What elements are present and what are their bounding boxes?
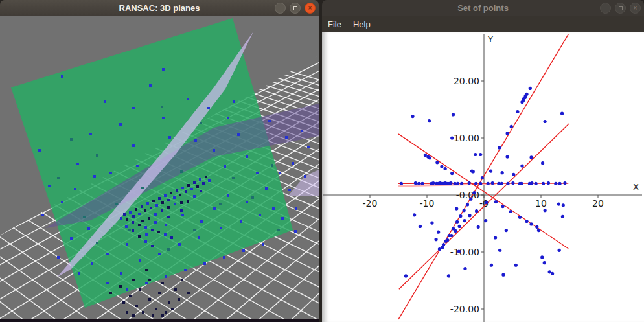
data-point <box>456 182 459 185</box>
data-point <box>194 139 197 142</box>
titlebar-right[interactable]: Set of points − × <box>322 0 644 16</box>
data-point <box>200 220 203 223</box>
data-point <box>157 231 160 233</box>
data-point <box>122 301 125 304</box>
data-point <box>132 215 135 218</box>
data-point <box>509 210 512 213</box>
data-point <box>246 201 248 203</box>
data-point <box>115 203 118 205</box>
data-point <box>180 170 183 173</box>
data-point <box>237 133 240 136</box>
data-point <box>477 225 480 229</box>
data-point <box>541 161 544 165</box>
data-point <box>544 120 547 123</box>
data-point <box>268 120 271 122</box>
data-point <box>152 200 155 202</box>
data-point <box>491 181 494 185</box>
data-point <box>144 240 147 243</box>
data-point <box>505 155 509 158</box>
window-controls-right: − × <box>600 3 641 14</box>
data-point <box>132 314 135 317</box>
data-point <box>304 175 306 178</box>
data-point <box>145 269 148 271</box>
minimize-icon[interactable]: − <box>600 3 611 14</box>
data-point <box>479 153 482 156</box>
data-point <box>96 242 98 244</box>
maximize-icon[interactable] <box>615 3 626 14</box>
data-point <box>178 298 180 301</box>
data-point <box>240 220 242 223</box>
data-point <box>463 219 466 222</box>
y-tick-label: -10.00 <box>450 247 479 257</box>
data-point <box>227 194 229 197</box>
data-point <box>187 292 190 294</box>
data-point <box>74 188 76 190</box>
data-point <box>123 213 126 216</box>
data-point <box>434 238 437 241</box>
data-point <box>511 181 514 185</box>
data-point <box>547 181 550 185</box>
data-point <box>518 216 522 219</box>
menu-item-file[interactable]: File <box>322 16 347 32</box>
data-point <box>150 207 152 209</box>
data-point <box>520 165 523 168</box>
data-point <box>431 181 435 185</box>
data-point <box>446 238 449 242</box>
data-point <box>158 197 161 200</box>
data-point <box>109 292 112 294</box>
3d-viewport[interactable] <box>0 16 319 322</box>
data-point <box>489 169 492 172</box>
close-icon[interactable]: × <box>305 3 316 14</box>
data-point <box>161 201 164 204</box>
close-icon[interactable]: × <box>630 3 641 14</box>
data-point <box>208 179 211 182</box>
x-tick-label: -10 <box>420 198 435 209</box>
data-point <box>200 122 202 124</box>
data-point <box>485 201 488 204</box>
data-point <box>139 288 141 291</box>
data-point <box>96 154 98 157</box>
data-point <box>126 311 128 314</box>
data-point <box>295 207 297 210</box>
data-point <box>190 188 193 190</box>
data-point <box>138 235 141 238</box>
maximize-icon[interactable] <box>290 3 301 14</box>
data-point <box>187 200 189 203</box>
data-point <box>93 175 96 178</box>
menu-item-help[interactable]: Help <box>347 16 376 32</box>
data-point <box>435 161 439 164</box>
minimize-icon[interactable]: − <box>275 3 286 14</box>
data-point <box>562 203 565 207</box>
data-point <box>57 177 60 179</box>
data-point <box>106 253 109 255</box>
data-point <box>285 136 288 139</box>
scatter-points-group <box>400 87 567 278</box>
data-point <box>83 216 86 218</box>
data-point <box>424 154 427 157</box>
data-point <box>129 295 132 297</box>
3d-scene-canvas <box>0 16 319 319</box>
data-point <box>294 230 297 233</box>
scatter-plot-area[interactable]: -20-10-0102020.0010.00-0.00-10.00-20.00X… <box>322 32 644 322</box>
data-point <box>307 146 310 148</box>
data-point <box>242 249 245 252</box>
data-point <box>224 165 226 168</box>
data-point <box>535 225 538 229</box>
data-point <box>148 217 150 220</box>
data-point <box>154 213 157 216</box>
titlebar-left[interactable]: RANSAC: 3D planes − × <box>0 0 319 16</box>
y-tick-label: 10.00 <box>454 133 479 143</box>
data-point <box>178 243 181 246</box>
data-point <box>498 249 501 252</box>
data-point <box>128 229 131 231</box>
data-point <box>181 187 184 189</box>
data-point <box>167 248 170 251</box>
data-point <box>126 288 128 291</box>
data-point <box>454 229 457 233</box>
data-point <box>271 164 273 167</box>
data-point <box>170 236 173 239</box>
data-point <box>481 176 484 179</box>
data-point <box>442 243 445 246</box>
data-point <box>120 272 122 275</box>
data-point <box>193 195 196 198</box>
